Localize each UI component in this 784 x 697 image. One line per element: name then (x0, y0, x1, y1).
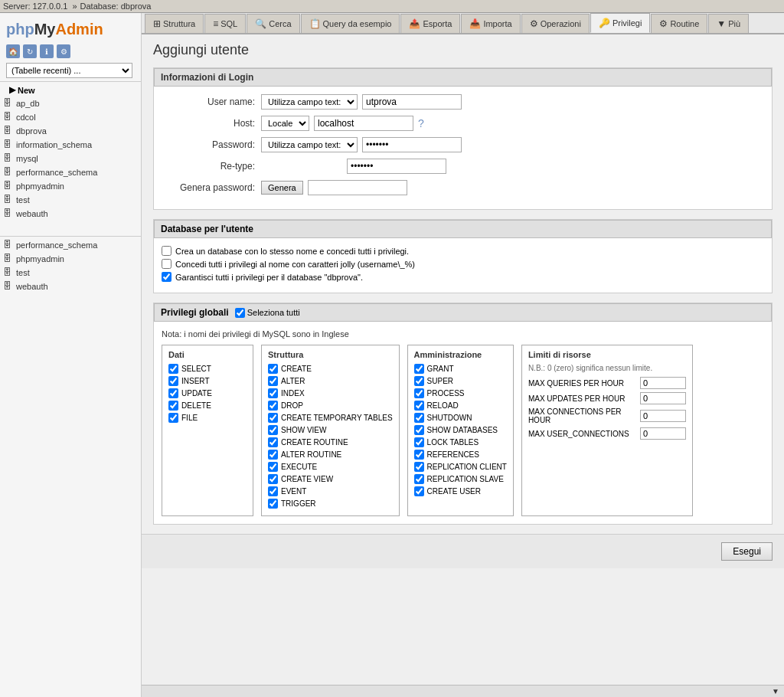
tab-sql[interactable]: ≡SQL (204, 14, 246, 33)
db-checkbox1-row: Crea un database con lo stesso nome e co… (162, 246, 764, 256)
shutdown-checkbox[interactable] (414, 413, 424, 423)
insert-checkbox[interactable] (168, 376, 178, 386)
priv-delete: DELETE (168, 401, 247, 411)
password-type-select[interactable]: Utilizza campo text: (261, 137, 358, 152)
username-input[interactable] (362, 94, 462, 110)
select-all-checkbox[interactable] (235, 308, 245, 318)
max-user-conn-input[interactable] (640, 427, 686, 440)
tab-query[interactable]: 📋Query da esempio (301, 14, 400, 33)
info-icon[interactable]: ℹ (40, 44, 54, 58)
sidebar-item-cdcol[interactable]: 🗄cdcol (0, 110, 141, 124)
sidebar-item-webauth-b[interactable]: 🗄webauth (0, 280, 141, 293)
home-icon[interactable]: 🏠 (6, 44, 20, 58)
tab-struttura[interactable]: ⊞Struttura (145, 14, 204, 33)
drop-checkbox[interactable] (268, 401, 278, 411)
content-area: ⊞Struttura ≡SQL 🔍Cerca 📋Query da esempio… (142, 13, 784, 697)
db-icon: 🗄 (3, 254, 14, 264)
max-updates-input[interactable] (640, 392, 686, 404)
tab-operazioni[interactable]: ⚙Operazioni (521, 14, 590, 33)
sidebar-item-test[interactable]: 🗄test (0, 193, 141, 207)
esegui-button[interactable]: Esegui (721, 542, 773, 561)
sidebar-item-webauth[interactable]: 🗄webauth (0, 207, 141, 221)
username-controls: Utilizza campo text: (261, 94, 462, 110)
create-view-checkbox[interactable] (268, 474, 278, 484)
max-queries-input[interactable] (640, 377, 686, 389)
generate-button[interactable]: Genera (261, 181, 303, 195)
page-title: Aggiungi utente (153, 42, 773, 58)
privileges-section: Privilegi globali Seleziona tutti Nota: … (153, 303, 773, 525)
create-checkbox[interactable] (268, 364, 278, 374)
page-footer: ▼ (142, 685, 784, 697)
db-icon: 🗄 (3, 167, 14, 178)
show-databases-checkbox[interactable] (414, 425, 424, 435)
lock-tables-checkbox[interactable] (414, 437, 424, 447)
recent-tables-select[interactable]: (Tabelle recenti) ... (6, 63, 132, 78)
db-checkbox1[interactable] (162, 246, 172, 256)
struttura-icon: ⊞ (153, 18, 161, 29)
settings-icon[interactable]: ⚙ (57, 44, 70, 58)
priv-title: Privilegi globali (161, 307, 229, 318)
server-breadcrumb: Server: 127.0.0.1 (3, 2, 67, 11)
sidebar-item-performance_schema[interactable]: 🗄performance_schema (0, 165, 141, 179)
priv-file: FILE (168, 413, 247, 423)
create-routine-checkbox[interactable] (268, 437, 278, 447)
sidebar-item-phpmyadmin[interactable]: 🗄phpmyadmin (0, 179, 141, 193)
event-checkbox[interactable] (268, 486, 278, 496)
sidebar-item-performance_schema-b[interactable]: 🗄performance_schema (0, 238, 141, 252)
db-checkbox2[interactable] (162, 259, 172, 269)
refresh-icon[interactable]: ↻ (23, 44, 37, 58)
max-connections-input[interactable] (640, 410, 686, 422)
sidebar-item-new[interactable]: ▶ New (0, 83, 141, 97)
priv-section-header: Privilegi globali Seleziona tutti (154, 303, 772, 322)
replication-slave-checkbox[interactable] (414, 474, 424, 484)
sidebar-icons: 🏠 ↻ ℹ ⚙ (0, 43, 141, 61)
delete-checkbox[interactable] (168, 401, 178, 411)
select-checkbox[interactable] (168, 364, 178, 374)
alter-routine-checkbox[interactable] (268, 450, 278, 460)
generated-password-input[interactable] (308, 180, 407, 195)
grant-checkbox[interactable] (414, 364, 424, 374)
host-input[interactable] (314, 116, 413, 131)
password-input[interactable] (362, 137, 462, 152)
sidebar-item-dbprova[interactable]: 🗄dbprova (0, 124, 141, 138)
references-checkbox[interactable] (414, 450, 424, 460)
host-type-select[interactable]: Locale (261, 116, 309, 131)
host-help-icon[interactable]: ? (418, 117, 424, 129)
execute-checkbox[interactable] (268, 462, 278, 472)
tab-cerca[interactable]: 🔍Cerca (247, 14, 299, 33)
username-label: User name: (162, 97, 261, 107)
tab-piu[interactable]: ▼Più (708, 14, 749, 33)
minimize-icon[interactable]: ▼ (772, 687, 779, 695)
process-checkbox[interactable] (414, 388, 424, 398)
tab-privilegi[interactable]: 🔑Privilegi (590, 13, 651, 33)
retype-controls (261, 159, 446, 174)
tab-routine[interactable]: ⚙Routine (651, 14, 707, 33)
index-checkbox[interactable] (268, 388, 278, 398)
max-updates-label: MAX UPDATES PER HOUR (528, 394, 635, 403)
super-checkbox[interactable] (414, 376, 424, 386)
create-temp-checkbox[interactable] (268, 413, 278, 423)
tab-esporta[interactable]: 📤Esporta (400, 14, 460, 33)
db-icon: 🗄 (3, 139, 14, 150)
file-checkbox[interactable] (168, 413, 178, 423)
db-icon: 🗄 (3, 195, 14, 205)
replication-client-checkbox[interactable] (414, 462, 424, 472)
username-type-select[interactable]: Utilizza campo text: (261, 94, 358, 110)
update-checkbox[interactable] (168, 388, 178, 398)
resources-title: Limiti di risorse (528, 350, 686, 359)
reload-checkbox[interactable] (414, 401, 424, 411)
show-view-checkbox[interactable] (268, 425, 278, 435)
trigger-checkbox[interactable] (268, 499, 278, 509)
sidebar-item-phpmyadmin-b[interactable]: 🗄phpmyadmin (0, 252, 141, 266)
retype-input[interactable] (347, 159, 446, 174)
create-user-checkbox[interactable] (414, 486, 424, 496)
generate-label: Genera password: (162, 182, 261, 193)
operazioni-icon: ⚙ (530, 18, 538, 29)
sidebar-item-test-b[interactable]: 🗄test (0, 266, 141, 280)
tab-importa[interactable]: 📥Importa (461, 14, 520, 33)
sidebar-item-mysql[interactable]: 🗄mysql (0, 152, 141, 165)
sidebar-item-information_schema[interactable]: 🗄information_schema (0, 138, 141, 152)
db-checkbox3[interactable] (162, 272, 172, 282)
sidebar-item-ap_db[interactable]: 🗄ap_db (0, 97, 141, 110)
alter-checkbox[interactable] (268, 376, 278, 386)
